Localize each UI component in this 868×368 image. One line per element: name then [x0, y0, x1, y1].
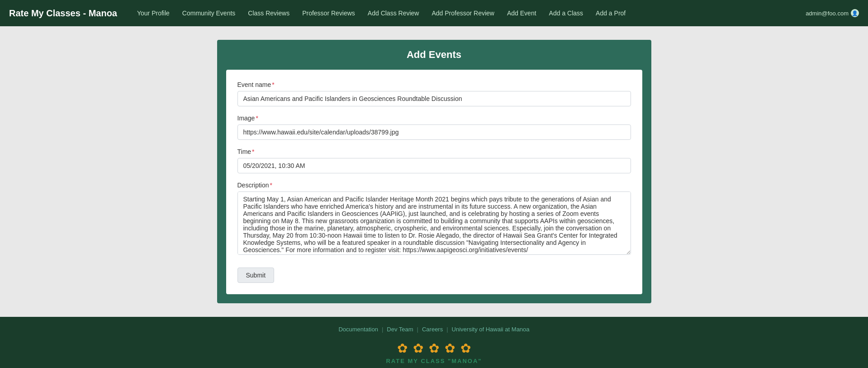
footer-careers[interactable]: Careers	[422, 326, 443, 333]
nav-link-class-reviews[interactable]: Class Reviews	[242, 0, 296, 26]
footer-sep-2: |	[417, 326, 418, 333]
footer-brand-text: RATE MY CLASS "MANOA"	[386, 358, 482, 364]
nav-link-your-profile[interactable]: Your Profile	[131, 0, 176, 26]
event-name-group: Event name*	[237, 81, 631, 106]
image-input[interactable]	[237, 124, 631, 140]
form-title: Add Events	[226, 49, 642, 61]
flower-1: ✿	[397, 341, 408, 356]
time-label: Time*	[237, 148, 631, 155]
footer-sep-1: |	[382, 326, 383, 333]
time-required: *	[252, 148, 254, 155]
flower-2: ✿	[413, 341, 423, 356]
main-content: Add Events Event name* Image* Time*	[0, 26, 868, 317]
nav-user: admin@foo.com 👤	[806, 9, 859, 17]
submit-button[interactable]: Submit	[237, 268, 275, 283]
form-inner: Event name* Image* Time* Description*	[226, 70, 642, 294]
footer-flowers: ✿ ✿ ✿ ✿ ✿	[397, 341, 471, 356]
footer-documentation[interactable]: Documentation	[338, 326, 378, 333]
image-group: Image*	[237, 115, 631, 140]
form-container: Add Events Event name* Image* Time*	[217, 40, 651, 303]
footer-sep-3: |	[446, 326, 448, 333]
footer-logo: ✿ ✿ ✿ ✿ ✿ RATE MY CLASS "MANOA"	[9, 341, 859, 364]
time-input[interactable]	[237, 158, 631, 173]
nav-link-add-event[interactable]: Add Event	[501, 0, 543, 26]
description-textarea[interactable]	[237, 191, 631, 255]
description-label: Description*	[237, 182, 631, 189]
nav-link-add-professor-review[interactable]: Add Professor Review	[425, 0, 501, 26]
flower-3: ✿	[429, 341, 439, 356]
nav-links: Your ProfileCommunity EventsClass Review…	[131, 0, 806, 26]
navbar: Rate My Classes - Manoa Your ProfileComm…	[0, 0, 868, 26]
event-name-input[interactable]	[237, 91, 631, 106]
flower-5: ✿	[460, 341, 471, 356]
footer-university[interactable]: University of Hawaii at Manoa	[452, 326, 530, 333]
nav-link-add-class-review[interactable]: Add Class Review	[361, 0, 426, 26]
nav-link-add-a-class[interactable]: Add a Class	[543, 0, 589, 26]
user-email: admin@foo.com	[806, 10, 849, 17]
footer-dev-team[interactable]: Dev Team	[387, 326, 413, 333]
image-label: Image*	[237, 115, 631, 122]
event-name-required: *	[272, 81, 274, 88]
brand-title: Rate My Classes - Manoa	[9, 8, 117, 19]
nav-link-add-a-prof[interactable]: Add a Prof	[589, 0, 632, 26]
nav-link-professor-reviews[interactable]: Professor Reviews	[296, 0, 361, 26]
description-group: Description*	[237, 182, 631, 257]
user-icon: 👤	[851, 9, 859, 17]
event-name-label: Event name*	[237, 81, 631, 88]
image-required: *	[256, 115, 258, 122]
flower-4: ✿	[445, 341, 455, 356]
description-required: *	[270, 182, 272, 189]
footer-links: Documentation|Dev Team|Careers|Universit…	[9, 326, 859, 333]
nav-link-community-events[interactable]: Community Events	[176, 0, 242, 26]
footer: Documentation|Dev Team|Careers|Universit…	[0, 317, 868, 368]
time-group: Time*	[237, 148, 631, 173]
